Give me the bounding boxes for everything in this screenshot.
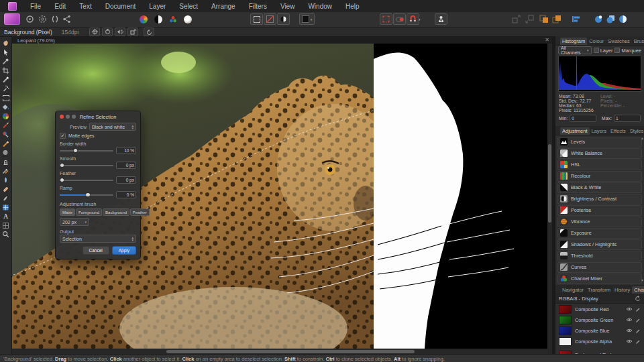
rotate-icon[interactable] <box>102 27 113 36</box>
flip-icon[interactable] <box>50 13 60 25</box>
tab-brushes[interactable]: Brushes <box>632 38 644 45</box>
adjustment-channel-mixer[interactable]: Channel Mixer <box>557 274 642 284</box>
auto-levels-icon[interactable] <box>140 13 148 25</box>
selection-mode-subtract-icon[interactable] <box>619 13 627 25</box>
tab-adjustment[interactable]: Adjustment <box>560 127 590 135</box>
snapping-options-arrow[interactable]: ▾ <box>419 13 421 25</box>
apply-button[interactable]: Apply <box>112 246 136 255</box>
minimize-window-icon[interactable] <box>66 115 70 119</box>
scale-icon[interactable] <box>127 27 138 36</box>
rotate-left-icon[interactable] <box>144 27 154 36</box>
flip-horizontal-icon[interactable] <box>115 27 125 36</box>
adjustment-levels[interactable]: Levels <box>557 137 642 147</box>
tab-navigator[interactable]: Navigator <box>560 286 586 294</box>
channel-composite-red[interactable]: Composite Red <box>555 304 644 314</box>
max-input[interactable] <box>614 115 641 122</box>
selection-brush-tool[interactable] <box>1 75 11 84</box>
tab-colour[interactable]: Colour <box>587 38 606 45</box>
close-tab-icon[interactable]: ✕ <box>545 37 549 43</box>
ramp-slider[interactable] <box>60 192 113 198</box>
move-to-back-icon[interactable] <box>512 13 521 25</box>
tab-transform[interactable]: Transform <box>586 286 612 294</box>
visible-icon[interactable] <box>626 328 633 333</box>
colour-replacement-brush-tool[interactable] <box>1 130 11 139</box>
sponge-tool[interactable] <box>1 148 11 157</box>
scroll-up-icon[interactable]: ▲ <box>641 136 644 140</box>
text-tool[interactable]: A <box>1 212 11 221</box>
smooth-value[interactable]: 0 px <box>116 162 136 169</box>
tab-swatches[interactable]: Swatches <box>606 38 632 45</box>
adjustment-shadows-highlights[interactable]: Shadows / Highlights <box>557 239 642 250</box>
canvas-vertical-scrollbar[interactable] <box>547 44 552 349</box>
selection-mode-add-icon[interactable] <box>606 13 615 25</box>
adjustment-vibrance[interactable]: Vibrance <box>557 217 642 227</box>
insert-behind-icon[interactable] <box>539 13 549 25</box>
tab-styles[interactable]: Styles <box>628 127 644 135</box>
view-tool[interactable] <box>1 39 11 48</box>
mask-adjust-icon[interactable] <box>277 13 290 25</box>
min-input[interactable] <box>570 115 596 122</box>
layer-checkbox[interactable] <box>594 48 599 53</box>
output-select[interactable]: Selection ▴▾ <box>60 235 136 243</box>
adjustment-threshold[interactable]: Threshold <box>557 251 642 261</box>
ring-icon[interactable] <box>25 13 34 25</box>
visible-icon[interactable] <box>626 339 633 344</box>
document-tab[interactable]: Leopard (79.0%) <box>17 38 55 44</box>
adjustment-brightness-contrast[interactable]: Brightness / Contrast <box>557 194 642 204</box>
move-to-front-icon[interactable] <box>525 13 534 25</box>
marquee-checkbox[interactable] <box>614 48 620 53</box>
gradient-tool[interactable] <box>1 112 11 121</box>
menu-edit[interactable]: Edit <box>48 3 72 10</box>
assistant-icon[interactable] <box>435 13 447 25</box>
menu-file[interactable]: File <box>23 3 48 10</box>
menu-arrange[interactable]: Arrange <box>205 3 242 10</box>
anchor-icon[interactable] <box>89 27 100 36</box>
feather-value[interactable]: 0 px <box>116 176 136 184</box>
adjustment-hsl[interactable]: HSL <box>557 160 642 170</box>
clone-stamp-tool[interactable] <box>1 158 11 166</box>
adjustment-black-white[interactable]: Black & White <box>557 182 642 193</box>
editable-icon[interactable] <box>635 317 641 322</box>
brush-size-select[interactable]: 202 px ▾ <box>60 218 89 226</box>
colour-swatch-dropdown[interactable]: ▾ <box>299 13 315 25</box>
menu-window[interactable]: Window <box>301 3 339 10</box>
crop-tool[interactable] <box>1 66 11 75</box>
menu-filters[interactable]: Filters <box>242 3 274 10</box>
flood-fill-tool[interactable] <box>1 103 11 111</box>
brush-mode-background[interactable]: Background <box>103 208 129 216</box>
scroll-down-icon[interactable]: ▼ <box>641 278 644 282</box>
matte-edges-checkbox[interactable]: ✓ <box>60 133 66 139</box>
adjustment-curves[interactable]: Curves <box>557 262 642 273</box>
brush-mode-feather[interactable]: Feather <box>130 208 150 216</box>
editable-icon[interactable] <box>635 306 641 312</box>
menu-help[interactable]: Help <box>339 3 366 10</box>
healing-brush-tool[interactable] <box>1 166 11 175</box>
visible-icon[interactable] <box>626 317 633 322</box>
colour-picker-tool[interactable] <box>1 57 11 66</box>
cancel-button[interactable]: Cancel <box>83 246 109 255</box>
brush-mode-matte[interactable]: Matte <box>60 208 75 216</box>
app-icon[interactable] <box>8 2 17 11</box>
menu-select[interactable]: Select <box>172 3 205 10</box>
affinity-photo-persona-button[interactable] <box>4 13 20 25</box>
border-width-value[interactable]: 10 % <box>116 147 136 154</box>
snapping-magnet-icon[interactable] <box>407 13 419 25</box>
selection-mode-new-icon[interactable] <box>594 13 603 25</box>
refresh-icon[interactable] <box>635 296 641 302</box>
flood-select-tool[interactable] <box>1 84 11 93</box>
tab-layers[interactable]: Layers <box>590 127 609 135</box>
auto-colour-icon[interactable] <box>169 13 177 25</box>
force-pixel-alignment-icon[interactable] <box>393 13 406 25</box>
liquify-tool[interactable] <box>1 203 11 212</box>
marquee-mode-icon[interactable] <box>250 13 263 25</box>
share-icon[interactable] <box>62 13 71 25</box>
tab-channels[interactable]: Channels <box>632 286 644 294</box>
tab-history[interactable]: History <box>612 286 632 294</box>
auto-white-balance-icon[interactable] <box>184 13 192 25</box>
marquee-select-tool[interactable] <box>1 94 11 103</box>
visible-icon[interactable] <box>626 306 633 312</box>
tab-effects[interactable]: Effects <box>608 127 628 135</box>
menu-text[interactable]: Text <box>72 3 98 10</box>
menu-layer[interactable]: Layer <box>142 3 172 10</box>
alignment-icon[interactable] <box>572 13 580 25</box>
